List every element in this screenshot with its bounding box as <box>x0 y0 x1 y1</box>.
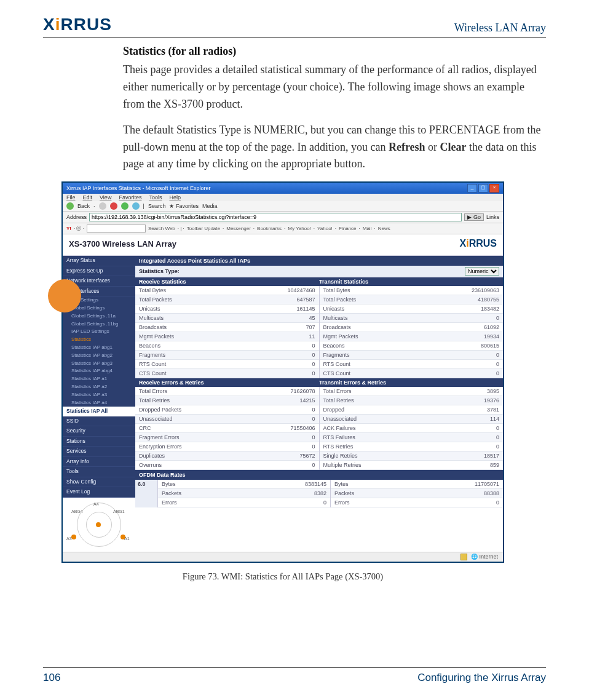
window-minimize-button[interactable]: _ <box>467 184 477 193</box>
table-row: Bytes8383145 <box>158 480 330 489</box>
favorites-label[interactable]: ★ Favorites <box>169 203 199 209</box>
table-row: Beacons800615 <box>320 341 504 351</box>
sidebar-subitem[interactable]: Statistics IAP a2 <box>63 383 135 391</box>
table-row: Unassociated0 <box>135 415 319 424</box>
window-title-text: Xirrus IAP Interfaces Statistics - Micro… <box>66 185 210 191</box>
ofdm-header: OFDM Data Rates <box>135 470 503 480</box>
table-row: Total Bytes236109063 <box>320 286 504 295</box>
sidebar-item[interactable]: Express Set-Up <box>63 266 135 276</box>
table-row: Encryption Errors0 <box>135 442 319 451</box>
window-maximize-button[interactable]: ▢ <box>478 184 488 193</box>
stop-icon[interactable] <box>110 202 117 210</box>
sidebar-subitem[interactable]: Statistics IAP abg4 <box>63 367 135 375</box>
header-rule <box>43 37 546 38</box>
footer-section: Configuring the Xirrus Array <box>417 672 546 684</box>
yahoo-search-button[interactable]: Search Web <box>148 226 175 231</box>
sidebar-item[interactable]: Event Log <box>63 487 135 497</box>
table-row: Multicasts0 <box>320 314 504 323</box>
search-label[interactable]: Search <box>148 203 166 209</box>
forward-icon[interactable] <box>99 202 106 210</box>
table-row: Total Bytes104247468 <box>135 286 319 295</box>
yahoo-toolbar[interactable]: Y! · ⓔ · Search Web · | · Toolbar Update… <box>63 223 503 234</box>
yahoo-logo-icon: Y! <box>66 226 71 231</box>
sidebar-subitem[interactable]: Global Settings .11a <box>63 312 135 320</box>
table-row: Total Packets647587 <box>135 295 319 304</box>
browser-menubar[interactable]: FileEditViewFavoritesToolsHelp <box>63 194 503 201</box>
sidebar-item[interactable]: Stations <box>63 437 135 447</box>
table-row: Broadcasts61092 <box>320 323 504 332</box>
yahoo-search-input[interactable] <box>87 225 146 233</box>
sidebar-subitem-statistics[interactable]: Statistics <box>63 336 135 344</box>
table-row: Unicasts161145 <box>135 304 319 314</box>
sidebar-subitem[interactable]: Statistics IAP a3 <box>63 391 135 399</box>
table-row: Fragments0 <box>135 351 319 360</box>
table-row: Total Retries19376 <box>320 396 504 405</box>
figure-screenshot: Xirrus IAP Interfaces Statistics - Micro… <box>61 181 504 562</box>
table-row: Dropped Packets0 <box>135 405 319 415</box>
ofdm-rate: 6.0 <box>135 480 158 507</box>
table-row: Fragment Errors0 <box>135 433 319 442</box>
stats-type-select[interactable]: Numeric <box>465 267 499 276</box>
table-row: Mgmt Packets11 <box>135 332 319 341</box>
status-text: 🌐 Internet <box>471 554 498 560</box>
page-number: 106 <box>43 672 60 684</box>
media-label[interactable]: Media <box>202 203 218 209</box>
sidebar-subitem[interactable]: IAP LED Settings <box>63 328 135 336</box>
table-row: Broadcasts707 <box>135 323 319 332</box>
table-row: CTS Count0 <box>135 369 319 378</box>
sidebar-item[interactable]: Tools <box>63 467 135 477</box>
table-row: Packets8382 <box>158 489 330 498</box>
window-titlebar: Xirrus IAP Interfaces Statistics - Micro… <box>63 183 503 194</box>
table-row: Packets88388 <box>331 489 503 498</box>
table-row: RTS Count0 <box>320 360 504 369</box>
lock-icon <box>461 554 467 560</box>
sidebar-subitem[interactable]: Global Settings .11bg <box>63 320 135 328</box>
xmit-err-header: Transmit Errors & Retries <box>319 380 499 386</box>
table-row: Total Packets4180755 <box>320 295 504 304</box>
table-row: Total Errors3895 <box>320 387 504 396</box>
sidebar-subitem[interactable]: Statistics IAP abg2 <box>63 352 135 360</box>
table-row: Total Errors71626078 <box>135 387 319 396</box>
address-label: Address <box>66 214 87 220</box>
window-close-button[interactable]: × <box>489 184 499 193</box>
browser-toolbar[interactable]: Back · | Search ★ Favorites Media <box>63 201 503 212</box>
address-input[interactable] <box>89 213 462 221</box>
sidebar-item[interactable]: Array Info <box>63 457 135 467</box>
table-row: Dropped3781 <box>320 405 504 415</box>
app-title: XS-3700 Wireless LAN Array <box>69 239 176 249</box>
refresh-icon[interactable] <box>121 202 128 210</box>
table-row: Multiple Retries859 <box>320 461 504 470</box>
back-icon[interactable] <box>66 202 74 210</box>
links-label[interactable]: Links <box>486 214 499 220</box>
table-row: RTS Count0 <box>135 360 319 369</box>
radar-diagram: A4 ABG4 ABG1 A3 A1 <box>63 498 135 552</box>
go-button[interactable]: ▶ Go <box>464 213 484 221</box>
table-row: Errors0 <box>331 498 503 507</box>
sidebar-item[interactable]: Array Status <box>63 256 135 266</box>
sidebar-subitem[interactable]: Statistics IAP abg3 <box>63 360 135 368</box>
table-row: CRC71550406 <box>135 424 319 433</box>
sidebar-item[interactable]: Show Config <box>63 477 135 487</box>
doc-title: Wireless LAN Array <box>454 22 546 34</box>
table-row: Single Retries18517 <box>320 451 504 461</box>
sidebar-item[interactable]: SSID <box>63 416 135 426</box>
recv-err-header: Receive Errors & Retries <box>139 380 319 386</box>
section-heading: Statistics (for all radios) <box>123 45 546 58</box>
table-row: Errors0 <box>158 498 330 507</box>
sidebar-item[interactable]: Security <box>63 426 135 436</box>
back-label[interactable]: Back <box>77 203 90 209</box>
section-marker-circle <box>48 279 81 312</box>
sidebar-subitem[interactable]: Statistics IAP a4 <box>63 399 135 407</box>
table-row: Unicasts183482 <box>320 304 504 314</box>
sidebar-active-item[interactable]: Statistics IAP All <box>63 407 135 416</box>
home-icon[interactable] <box>132 202 140 210</box>
brand-logo: XiRRUS <box>43 15 112 34</box>
app-logo: XiRRUS <box>460 238 497 249</box>
sidebar-subitem[interactable]: Statistics IAP abg1 <box>63 344 135 352</box>
transmit-header: Transmit Statistics <box>319 279 499 285</box>
table-row: Overruns0 <box>135 461 319 470</box>
sidebar-subitem[interactable]: Statistics IAP a1 <box>63 375 135 383</box>
sidebar-item[interactable]: Services <box>63 447 135 456</box>
table-row: ACK Failures0 <box>320 424 504 433</box>
main-panel: Integrated Access Point Statistics All I… <box>135 256 503 551</box>
